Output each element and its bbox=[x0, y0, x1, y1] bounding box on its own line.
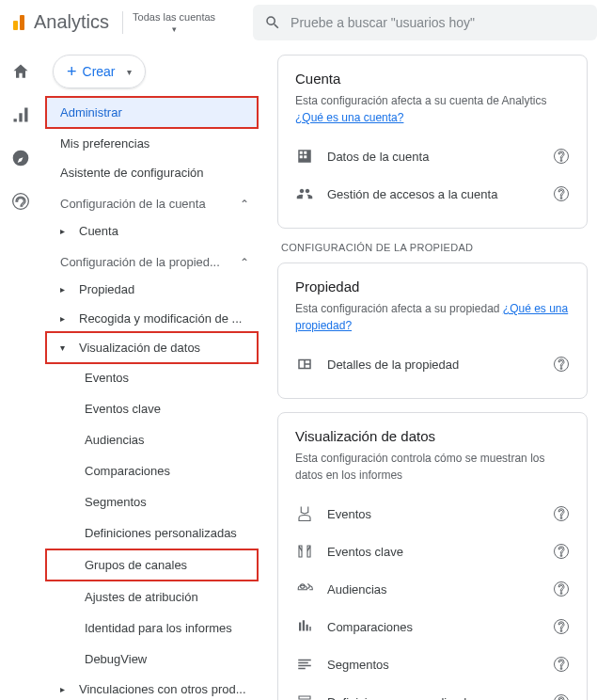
row-icon bbox=[295, 655, 314, 674]
card-title: Visualización de datos bbox=[295, 428, 570, 444]
card-account: Cuenta Esta configuración afecta a su cu… bbox=[277, 55, 588, 229]
row-icon bbox=[295, 617, 314, 636]
nav-sub-label: Recogida y modificación de ... bbox=[79, 311, 242, 326]
section-label-property: CONFIGURACIÓN DE LA PROPIEDAD bbox=[281, 242, 588, 253]
nav-admin[interactable]: Administrar bbox=[47, 98, 257, 127]
row-icon bbox=[295, 692, 314, 700]
row-icon bbox=[295, 542, 314, 561]
card-property: Propiedad Esta configuración afecta a su… bbox=[277, 262, 588, 399]
help-icon[interactable] bbox=[553, 185, 570, 202]
row-label: Audiencias bbox=[327, 582, 540, 597]
card-title: Cuenta bbox=[295, 71, 570, 87]
chevron-down-icon: ▾ bbox=[127, 67, 132, 77]
nav-leaf-segmentos[interactable]: Segmentos bbox=[47, 486, 257, 517]
row-label: Gestión de accesos a la cuenta bbox=[327, 187, 540, 201]
settings-row[interactable]: Definiciones personalizadas bbox=[295, 683, 570, 700]
nav-leaf-audiencias[interactable]: Audiencias bbox=[47, 424, 257, 455]
account-picker[interactable]: Todas las cuentas ▾ bbox=[122, 11, 215, 34]
nav-leaf-atribucion[interactable]: Ajustes de atribución bbox=[47, 581, 257, 612]
help-icon[interactable] bbox=[553, 618, 570, 635]
plus-icon: + bbox=[67, 65, 77, 78]
nav-account[interactable]: ▸Cuenta bbox=[47, 216, 257, 246]
nav-section-label: Configuración de la propied... bbox=[60, 255, 220, 269]
row-label: Datos de la cuenta bbox=[327, 150, 540, 164]
card-desc: Esta configuración controla cómo se mues… bbox=[295, 450, 570, 484]
caret-right-icon: ▸ bbox=[60, 226, 65, 236]
nav-sub-label: Vinculaciones con otros prod... bbox=[79, 682, 246, 696]
row-icon bbox=[295, 355, 314, 374]
main-content: Cuenta Esta configuración afecta a su cu… bbox=[262, 45, 597, 700]
row-icon bbox=[295, 147, 314, 166]
search-input[interactable]: Pruebe a buscar "usuarios hoy" bbox=[253, 5, 597, 40]
settings-row[interactable]: Eventos bbox=[295, 495, 570, 533]
help-icon[interactable] bbox=[553, 656, 570, 673]
nav-sub-label: Propiedad bbox=[79, 282, 134, 296]
create-button[interactable]: + Crear ▾ bbox=[53, 55, 146, 88]
nav-sub-label: Cuenta bbox=[79, 224, 118, 238]
card-desc: Esta configuración afecta a su propiedad… bbox=[295, 300, 570, 334]
nav-leaf-identidad[interactable]: Identidad para los informes bbox=[47, 612, 257, 644]
row-icon bbox=[295, 504, 314, 523]
help-icon[interactable] bbox=[553, 581, 570, 597]
row-label: Eventos clave bbox=[327, 545, 540, 559]
search-placeholder: Pruebe a buscar "usuarios hoy" bbox=[291, 15, 475, 30]
row-label: Comparaciones bbox=[327, 620, 540, 634]
home-icon[interactable] bbox=[11, 62, 30, 81]
caret-right-icon: ▸ bbox=[60, 284, 65, 294]
settings-row[interactable]: Segmentos bbox=[295, 645, 570, 683]
settings-row[interactable]: Audiencias bbox=[295, 570, 570, 608]
analytics-logo-icon bbox=[13, 15, 24, 30]
product-name: Analytics bbox=[34, 11, 109, 33]
caret-right-icon: ▸ bbox=[60, 313, 65, 324]
nav-section-account-config[interactable]: Configuración de la cuenta⌃ bbox=[47, 187, 257, 216]
row-label: Definiciones personalizadas bbox=[327, 695, 540, 701]
nav-setup-assistant[interactable]: Asistente de configuración bbox=[47, 158, 257, 187]
caret-down-icon: ▾ bbox=[60, 342, 65, 353]
nav-property[interactable]: ▸Propiedad bbox=[47, 275, 257, 304]
ads-icon[interactable] bbox=[11, 192, 30, 211]
card-desc: Esta configuración afecta a su cuenta de… bbox=[295, 92, 570, 126]
help-icon[interactable] bbox=[553, 356, 570, 373]
nav-data-visualization[interactable]: ▾Visualización de datos bbox=[47, 333, 257, 362]
settings-row[interactable]: Datos de la cuenta bbox=[295, 137, 570, 175]
row-label: Detalles de la propiedad bbox=[327, 358, 540, 372]
admin-sidebar: + Crear ▾ Administrar Mis preferencias A… bbox=[41, 45, 262, 700]
help-icon[interactable] bbox=[553, 505, 570, 522]
settings-row[interactable]: Detalles de la propiedad bbox=[295, 345, 570, 383]
help-icon[interactable] bbox=[553, 693, 570, 700]
nav-sub-label: Visualización de datos bbox=[79, 341, 200, 355]
caret-right-icon: ▸ bbox=[60, 684, 65, 694]
nav-data-collection[interactable]: ▸Recogida y modificación de ... bbox=[47, 304, 257, 333]
card-viz: Visualización de datos Esta configuració… bbox=[277, 412, 588, 700]
product-logo[interactable]: Analytics bbox=[0, 11, 122, 33]
nav-leaf-definiciones[interactable]: Definiciones personalizadas bbox=[47, 517, 257, 549]
settings-row[interactable]: Eventos clave bbox=[295, 533, 570, 570]
help-icon[interactable] bbox=[553, 543, 570, 560]
row-label: Segmentos bbox=[327, 658, 540, 672]
nav-rail bbox=[0, 45, 41, 700]
nav-leaf-eventos[interactable]: Eventos bbox=[47, 362, 257, 393]
reports-icon[interactable] bbox=[11, 105, 30, 124]
chevron-down-icon: ▾ bbox=[172, 24, 177, 34]
card-title: Propiedad bbox=[295, 278, 570, 294]
row-icon bbox=[295, 184, 314, 203]
settings-row[interactable]: Gestión de accesos a la cuenta bbox=[295, 175, 570, 213]
account-picker-label: Todas las cuentas bbox=[133, 11, 215, 23]
create-label: Crear bbox=[83, 64, 116, 79]
nav-leaf-eventos-clave[interactable]: Eventos clave bbox=[47, 393, 257, 424]
explore-icon[interactable] bbox=[11, 149, 30, 167]
link-what-is-account[interactable]: ¿Qué es una cuenta? bbox=[295, 111, 403, 124]
nav-leaf-debugview[interactable]: DebugView bbox=[47, 644, 257, 675]
help-icon[interactable] bbox=[553, 148, 570, 165]
nav-leaf-comparaciones[interactable]: Comparaciones bbox=[47, 455, 257, 486]
row-label: Eventos bbox=[327, 507, 540, 521]
chevron-up-icon: ⌃ bbox=[240, 256, 249, 269]
nav-links[interactable]: ▸Vinculaciones con otros prod... bbox=[47, 675, 257, 700]
nav-section-property-config[interactable]: Configuración de la propied...⌃ bbox=[47, 246, 257, 275]
settings-row[interactable]: Comparaciones bbox=[295, 608, 570, 645]
nav-section-label: Configuración de la cuenta bbox=[60, 197, 206, 211]
search-icon bbox=[264, 14, 281, 31]
nav-preferences[interactable]: Mis preferencias bbox=[47, 129, 257, 158]
chevron-up-icon: ⌃ bbox=[240, 198, 249, 211]
nav-leaf-grupos-canales[interactable]: Grupos de canales bbox=[47, 550, 257, 580]
